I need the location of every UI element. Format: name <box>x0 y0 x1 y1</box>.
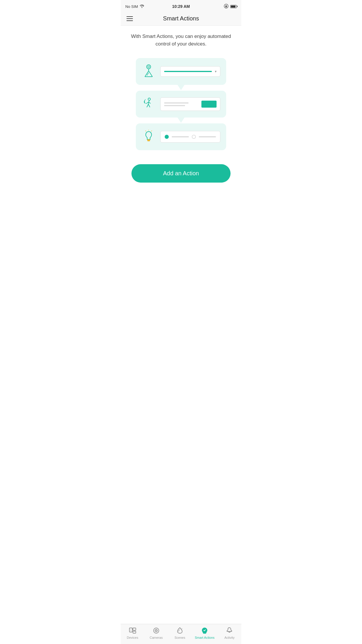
motion-text-lines <box>164 102 199 106</box>
svg-rect-10 <box>147 139 150 140</box>
card-toggle[interactable] <box>160 131 220 143</box>
menu-line-2 <box>126 18 133 19</box>
wifi-icon <box>140 4 144 9</box>
toggle-on-label <box>172 136 189 137</box>
svg-point-3 <box>148 66 150 68</box>
toggle-off-label <box>199 136 216 137</box>
motion-line-2 <box>164 105 185 106</box>
menu-line-1 <box>126 16 133 17</box>
chevron-down-icon: ▾ <box>215 69 217 74</box>
dropdown-field[interactable]: ▾ <box>160 66 220 77</box>
lock-status-icon <box>224 4 229 9</box>
toggle-row[interactable] <box>160 131 220 143</box>
card-dropdown[interactable]: ▾ <box>160 66 220 77</box>
status-bar: No SIM 10:29 AM <box>121 0 241 12</box>
motion-sensor-icon <box>142 97 156 111</box>
condition-card[interactable] <box>136 91 226 118</box>
toggle-off-dot <box>192 135 196 139</box>
tripod-camera-icon <box>142 64 156 78</box>
motion-selection-field[interactable] <box>160 97 220 111</box>
toggle-on-dot <box>165 135 169 139</box>
status-time: 10:29 AM <box>172 4 190 9</box>
cards-container: ▾ <box>128 58 234 150</box>
svg-point-2 <box>147 65 151 69</box>
light-bulb-icon <box>142 130 156 144</box>
card-selection[interactable] <box>160 97 220 111</box>
main-content: With Smart Actions, you can enjoy automa… <box>121 26 241 219</box>
app-header: Smart Actions <box>121 12 241 26</box>
svg-rect-1 <box>225 6 227 7</box>
description-text: With Smart Actions, you can enjoy automa… <box>128 33 234 48</box>
menu-line-3 <box>126 20 133 21</box>
status-carrier: No SIM <box>125 4 144 9</box>
trigger-card[interactable]: ▾ <box>136 58 226 85</box>
status-right <box>224 4 237 9</box>
page-title: Smart Actions <box>163 15 199 22</box>
svg-line-13 <box>151 131 152 131</box>
svg-rect-11 <box>147 140 150 141</box>
svg-line-6 <box>149 71 152 77</box>
motion-selected-tag[interactable] <box>201 101 217 108</box>
battery-icon <box>230 5 237 8</box>
dropdown-selected-bar <box>164 71 212 72</box>
svg-point-9 <box>148 98 150 100</box>
menu-button[interactable] <box>125 15 134 22</box>
svg-line-14 <box>145 131 146 131</box>
carrier-text: No SIM <box>125 4 138 9</box>
action-card[interactable] <box>136 123 226 150</box>
motion-line-1 <box>164 102 189 104</box>
add-action-button[interactable]: Add an Action <box>131 164 231 183</box>
